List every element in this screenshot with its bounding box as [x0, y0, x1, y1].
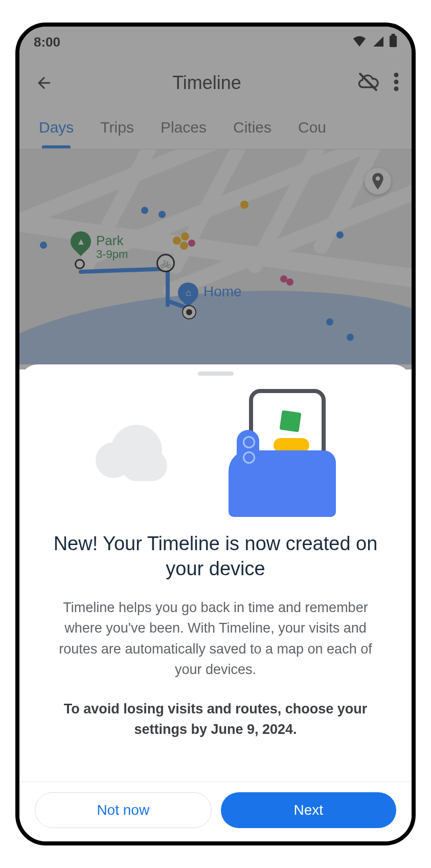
- route-node-end: [183, 306, 195, 318]
- cloud-icon: [96, 425, 183, 481]
- device-frame: 8:00 Timeline: [15, 23, 416, 845]
- svg-rect-0: [390, 35, 397, 47]
- tab-trips[interactable]: Trips: [100, 119, 134, 139]
- status-bar: 8:00: [19, 27, 412, 57]
- app-header: Timeline: [19, 57, 412, 108]
- sheet-warning: To avoid losing visits and routes, choos…: [44, 699, 387, 740]
- sheet-grabber[interactable]: [198, 372, 234, 376]
- map-dot: [40, 242, 47, 249]
- page-title: Timeline: [56, 72, 357, 94]
- status-time: 8:00: [34, 34, 60, 50]
- map-dot: [180, 242, 188, 250]
- tree-icon: ▲: [76, 236, 85, 247]
- svg-point-4: [394, 80, 399, 84]
- map-dot: [347, 334, 354, 341]
- place-name: Park: [96, 233, 128, 248]
- home-icon: ⌂: [186, 288, 191, 298]
- not-now-button[interactable]: Not now: [35, 792, 212, 828]
- place-label-home: Home: [203, 284, 242, 300]
- cloud-off-icon[interactable]: [357, 71, 379, 95]
- map-dot: [158, 211, 166, 218]
- battery-icon: [389, 34, 397, 51]
- pin-home[interactable]: ⌂: [178, 283, 198, 309]
- sheet-illustration: [19, 379, 412, 522]
- back-button[interactable]: [32, 71, 56, 95]
- next-button[interactable]: Next: [221, 792, 397, 828]
- map-pin-button[interactable]: [365, 168, 391, 194]
- tab-countries[interactable]: Cou: [298, 119, 326, 139]
- tab-days[interactable]: Days: [39, 119, 74, 139]
- phone-in-hand-icon: [229, 389, 336, 517]
- wifi-icon: [352, 34, 367, 50]
- map-dot: [181, 232, 189, 241]
- place-label-park: Park 3-9pm: [96, 233, 128, 261]
- sheet-description: Timeline helps you go back in time and r…: [44, 597, 387, 680]
- map-dot: [286, 278, 293, 286]
- tab-cities[interactable]: Cities: [233, 119, 271, 139]
- map-dot: [240, 201, 248, 209]
- tab-places[interactable]: Places: [161, 119, 207, 139]
- svg-point-3: [394, 73, 399, 77]
- poi-marker: [75, 259, 85, 269]
- map-view[interactable]: ▲ Park 3-9pm 🚲 ⌂ Home: [19, 149, 412, 364]
- svg-point-5: [394, 86, 399, 91]
- map-dot: [188, 240, 195, 247]
- map-dot: [141, 207, 148, 214]
- pin-park[interactable]: ▲: [71, 231, 91, 258]
- tab-bar: Days Trips Places Cities Cou: [19, 108, 412, 149]
- sheet-footer: Not now Next: [19, 782, 412, 841]
- bottom-sheet: New! Your Timeline is now created on you…: [19, 364, 412, 841]
- map-dot: [336, 231, 344, 238]
- map-dot: [326, 318, 333, 326]
- svg-rect-1: [391, 34, 395, 36]
- arrow-left-icon: [35, 74, 53, 92]
- place-hours: 3-9pm: [96, 248, 128, 261]
- sheet-title: New! Your Timeline is now created on you…: [44, 531, 387, 582]
- bike-icon: 🚲: [160, 257, 171, 269]
- more-icon[interactable]: [393, 73, 399, 93]
- route-node-bike: 🚲: [156, 254, 175, 272]
- cellular-icon: [372, 34, 384, 50]
- pin-icon: [371, 173, 384, 189]
- map-dot: [173, 236, 181, 245]
